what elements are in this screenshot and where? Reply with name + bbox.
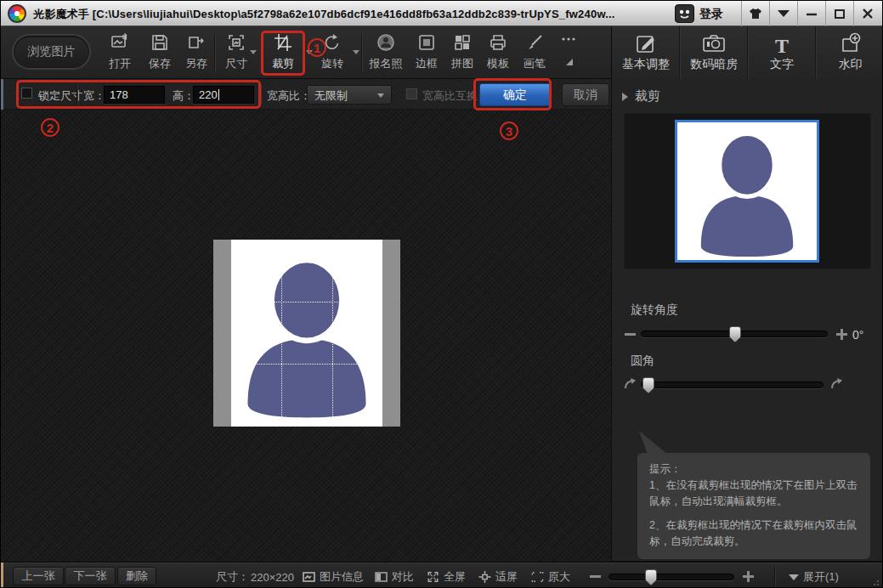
save-button[interactable]: 保存: [141, 31, 178, 76]
collapse-button[interactable]: [769, 1, 797, 26]
swap-ratio-checkbox[interactable]: [406, 88, 417, 99]
round-corner-slider-thumb[interactable]: [642, 377, 654, 393]
aspect-ratio-label: 宽高比：: [267, 88, 311, 104]
right-tab-bar: 基本调整 数码暗房 T 文字 水印: [611, 26, 883, 79]
avatar-silhouette: [688, 126, 807, 258]
aspect-ratio-select[interactable]: 无限制: [307, 85, 392, 105]
border-icon: [408, 31, 445, 54]
tips-bubble-pointer: [639, 431, 668, 455]
minimize-button[interactable]: [797, 1, 825, 26]
panel-edge-sliver: [1, 79, 3, 110]
delete-button[interactable]: 删除: [117, 567, 156, 585]
rotate-dropdown-icon[interactable]: [353, 50, 359, 54]
expand-panel-button[interactable]: 展开(1): [789, 569, 839, 585]
crop-section-header[interactable]: 裁剪: [622, 88, 660, 105]
rotate-plus-icon[interactable]: [836, 329, 847, 340]
zoom-out-icon[interactable]: [590, 571, 601, 582]
crop-selection[interactable]: [231, 240, 382, 427]
photo-gray-margin: [213, 240, 231, 427]
open-button[interactable]: 打开: [101, 31, 139, 76]
size-value: 220×220: [251, 571, 294, 584]
collage-button[interactable]: 拼图: [444, 31, 481, 76]
annotation-step-2: 2: [41, 118, 59, 137]
app-window: 光影魔术手 [C:\Users\liujiahui\Desktop\a5f279…: [0, 0, 883, 588]
id-photo-icon: [365, 31, 406, 54]
toolbar-separator: [214, 35, 215, 72]
cancel-button[interactable]: 取消: [562, 83, 609, 106]
round-corner-slider[interactable]: [641, 382, 824, 388]
template-button[interactable]: 模板: [479, 31, 517, 76]
corner-small-icon: [624, 377, 637, 391]
zoom-slider-thumb[interactable]: [645, 569, 657, 585]
close-button[interactable]: [853, 1, 881, 26]
window-title: 光影魔术手 [C:\Users\liujiahui\Desktop\a5f279…: [33, 7, 615, 22]
bottombar-separator: [774, 566, 775, 586]
original-size-button[interactable]: 原大: [531, 569, 570, 585]
tips-bubble: 提示： 1、在没有裁剪框出现的情况下在图片上双击鼠标，自动出现满幅裁剪框。 2、…: [637, 453, 870, 559]
previous-button[interactable]: 上一张: [13, 567, 64, 585]
border-button[interactable]: 边框: [408, 31, 445, 76]
crop-section-title: 裁剪: [635, 88, 660, 105]
photo-gray-margin: [382, 240, 400, 427]
chevron-down-icon: [377, 93, 384, 98]
template-icon: [479, 31, 517, 54]
login-button[interactable]: 登录: [699, 7, 723, 22]
titlebar: 光影魔术手 [C:\Users\liujiahui\Desktop\a5f279…: [1, 1, 883, 26]
rotation-slider[interactable]: [641, 331, 828, 337]
crop-preview-area: [625, 114, 870, 269]
save-icon: [141, 31, 178, 54]
corner-large-icon: [830, 377, 844, 391]
rotate-minus-icon[interactable]: [625, 329, 636, 340]
compare-button[interactable]: 对比: [375, 569, 414, 585]
panel-edge-sliver: [1, 563, 3, 588]
annotation-box-size-fields: [16, 80, 261, 109]
brush-icon: [516, 31, 553, 54]
skin-button[interactable]: [741, 1, 769, 26]
chevron-down-icon: [789, 574, 799, 580]
resize-grip[interactable]: [873, 578, 881, 586]
fullscreen-button[interactable]: 全屏: [427, 569, 466, 585]
size-label: 尺寸：: [216, 569, 249, 585]
crop-gridline: [231, 302, 382, 302]
next-button[interactable]: 下一张: [65, 567, 116, 585]
rotation-angle-label: 旋转角度: [631, 302, 678, 318]
tab-digital-darkroom[interactable]: 数码暗房: [681, 26, 748, 79]
annotation-step-3: 3: [500, 122, 518, 140]
brush-button[interactable]: 画笔: [516, 31, 553, 76]
fit-screen-icon: [478, 571, 491, 583]
crop-gridline: [332, 240, 333, 427]
save-as-icon: [178, 31, 215, 54]
tab-basic-adjust[interactable]: 基本调整: [613, 26, 680, 79]
image-canvas[interactable]: [1, 110, 611, 562]
swap-ratio-label: 宽高比互换: [422, 88, 478, 104]
chevron-down-icon: [778, 10, 790, 17]
tip-line-2: 2、在裁剪框出现的情况下在裁剪框内双击鼠标，自动完成裁剪。: [649, 517, 858, 550]
annotation-step-1: 1: [308, 38, 326, 57]
corner-expand-icon: [563, 58, 574, 66]
zoom-slider[interactable]: [608, 574, 734, 580]
text-icon: T: [749, 26, 815, 55]
tip-line-1: 1、在没有裁剪框出现的情况下在图片上双击鼠标，自动出现满幅裁剪框。: [649, 478, 858, 510]
save-as-button[interactable]: 另存: [178, 31, 215, 76]
tips-title: 提示：: [649, 461, 858, 478]
browse-images-button[interactable]: 浏览图片: [12, 34, 91, 70]
maximize-button[interactable]: [825, 1, 853, 26]
more-tools-button[interactable]: [553, 31, 584, 76]
camera-icon: [681, 26, 747, 55]
photo-image[interactable]: [213, 240, 400, 427]
crop-preview-thumbnail[interactable]: [675, 120, 819, 263]
tab-text[interactable]: T 文字: [749, 26, 816, 79]
image-info-button[interactable]: 图片信息: [303, 569, 364, 585]
rotation-slider-thumb[interactable]: [729, 326, 741, 342]
original-size-icon: [531, 571, 544, 583]
annotation-box-confirm: [473, 78, 552, 110]
id-photo-button[interactable]: 报名照: [365, 31, 406, 76]
crop-gridline: [231, 364, 382, 365]
tab-watermark[interactable]: 水印: [817, 26, 883, 79]
window-controls: [741, 1, 881, 26]
fit-screen-button[interactable]: 适屏: [478, 569, 518, 585]
resize-dropdown-icon[interactable]: [250, 50, 257, 54]
annotation-box-crop-tool: [261, 31, 305, 76]
zoom-in-icon[interactable]: [743, 571, 754, 582]
login-avatar-icon[interactable]: [675, 4, 694, 23]
